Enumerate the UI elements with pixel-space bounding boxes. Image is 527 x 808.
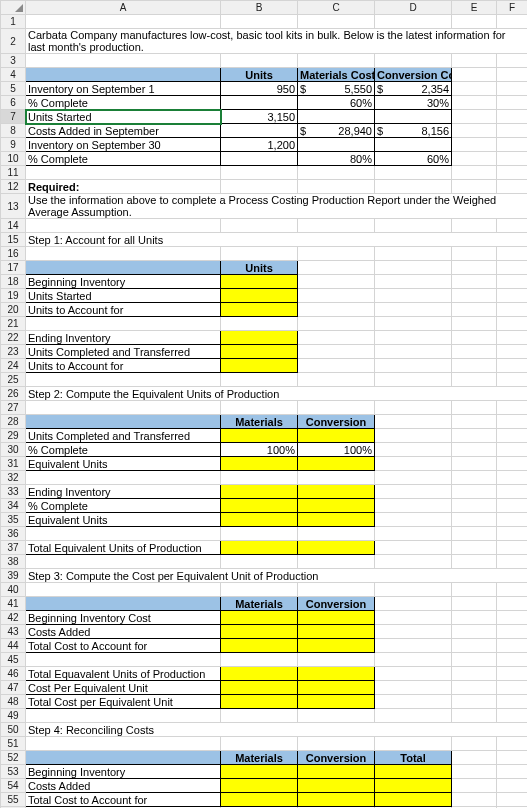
row-22[interactable]: 22 — [1, 331, 26, 345]
input-s1-units-account[interactable] — [221, 303, 298, 317]
s3-total-cost[interactable]: Total Cost to Account for — [26, 639, 221, 653]
s1-completed[interactable]: Units Completed and Transferred — [26, 345, 221, 359]
s4-costs-added[interactable]: Costs Added — [26, 779, 221, 793]
step3-title[interactable]: Step 3: Compute the Cost per Equivalent … — [26, 569, 528, 583]
input-s1-units-account2[interactable] — [221, 359, 298, 373]
s1-beg-inv[interactable]: Beginning Inventory — [26, 275, 221, 289]
s4-total-cost1[interactable]: Total Cost to Account for — [26, 793, 221, 807]
row-13[interactable]: 13 — [1, 194, 26, 219]
row-12[interactable]: 12 — [1, 180, 26, 194]
row-4[interactable]: 4 — [1, 68, 26, 82]
col-C[interactable]: C — [298, 1, 375, 15]
row-40[interactable]: 40 — [1, 583, 26, 597]
row-18[interactable]: 18 — [1, 275, 26, 289]
row-54[interactable]: 54 — [1, 779, 26, 793]
required-text[interactable]: Use the information above to complete a … — [26, 194, 528, 219]
row-37[interactable]: 37 — [1, 541, 26, 555]
row-47[interactable]: 47 — [1, 681, 26, 695]
row-50[interactable]: 50 — [1, 723, 26, 737]
row-3[interactable]: 3 — [1, 54, 26, 68]
row-31[interactable]: 31 — [1, 457, 26, 471]
col-F[interactable]: F — [497, 1, 528, 15]
s4-hdr-total[interactable]: Total — [375, 751, 452, 765]
row-46[interactable]: 46 — [1, 667, 26, 681]
label-pct-complete-1[interactable]: % Complete — [26, 96, 221, 110]
row-48[interactable]: 48 — [1, 695, 26, 709]
col-E[interactable]: E — [452, 1, 497, 15]
label-inv-sep30[interactable]: Inventory on September 30 — [26, 138, 221, 152]
s2-pct[interactable]: % Complete — [26, 443, 221, 457]
input-s1-completed[interactable] — [221, 345, 298, 359]
s3-total-equiv[interactable]: Total Equavalent Units of Production — [26, 667, 221, 681]
s3-cost-per-unit[interactable]: Cost Per Equivalent Unit — [26, 681, 221, 695]
col-A[interactable]: A — [26, 1, 221, 15]
s2-pct2[interactable]: % Complete — [26, 499, 221, 513]
s1-end-inv[interactable]: Ending Inventory — [26, 331, 221, 345]
row-30[interactable]: 30 — [1, 443, 26, 457]
input-s1-beg-inv[interactable] — [221, 275, 298, 289]
label-units-started[interactable]: Units Started — [26, 110, 221, 124]
s3-hdr-mat[interactable]: Materials — [221, 597, 298, 611]
label-costs-added[interactable]: Costs Added in September — [26, 124, 221, 138]
select-all-corner[interactable] — [1, 1, 26, 15]
s2-end-inv[interactable]: Ending Inventory — [26, 485, 221, 499]
row-53[interactable]: 53 — [1, 765, 26, 779]
row-33[interactable]: 33 — [1, 485, 26, 499]
row-52[interactable]: 52 — [1, 751, 26, 765]
row-32[interactable]: 32 — [1, 471, 26, 485]
step2-title[interactable]: Step 2: Compute the Equivalent Units of … — [26, 387, 528, 401]
row-19[interactable]: 19 — [1, 289, 26, 303]
row-39[interactable]: 39 — [1, 569, 26, 583]
col-B[interactable]: B — [221, 1, 298, 15]
s4-hdr-mat[interactable]: Materials — [221, 751, 298, 765]
s3-beg-cost[interactable]: Beginning Inventory Cost — [26, 611, 221, 625]
row-51[interactable]: 51 — [1, 737, 26, 751]
row-27[interactable]: 27 — [1, 401, 26, 415]
hdr-units[interactable]: Units — [221, 68, 298, 82]
s4-beg-inv[interactable]: Beginning Inventory — [26, 765, 221, 779]
row-11[interactable]: 11 — [1, 166, 26, 180]
row-42[interactable]: 42 — [1, 611, 26, 625]
row-29[interactable]: 29 — [1, 429, 26, 443]
row-44[interactable]: 44 — [1, 639, 26, 653]
row-34[interactable]: 34 — [1, 499, 26, 513]
label-inv-sep1[interactable]: Inventory on September 1 — [26, 82, 221, 96]
row-26[interactable]: 26 — [1, 387, 26, 401]
s2-equiv[interactable]: Equivalent Units — [26, 457, 221, 471]
s2-equiv2[interactable]: Equivalent Units — [26, 513, 221, 527]
s3-total-cost-per[interactable]: Total Cost per Equivalent Unit — [26, 695, 221, 709]
col-D[interactable]: D — [375, 1, 452, 15]
row-24[interactable]: 24 — [1, 359, 26, 373]
s1-hdr-units[interactable]: Units — [221, 261, 298, 275]
row-23[interactable]: 23 — [1, 345, 26, 359]
step4-title[interactable]: Step 4: Reconciling Costs — [26, 723, 528, 737]
row-8[interactable]: 8 — [1, 124, 26, 138]
s1-units-started[interactable]: Units Started — [26, 289, 221, 303]
row-2[interactable]: 2 — [1, 29, 26, 54]
row-43[interactable]: 43 — [1, 625, 26, 639]
row-35[interactable]: 35 — [1, 513, 26, 527]
row-55[interactable]: 55 — [1, 793, 26, 807]
row-16[interactable]: 16 — [1, 247, 26, 261]
row-9[interactable]: 9 — [1, 138, 26, 152]
row-20[interactable]: 20 — [1, 303, 26, 317]
s3-hdr-conv[interactable]: Conversion — [298, 597, 375, 611]
hdr-conversion-cost[interactable]: Conversion Cost — [375, 68, 452, 82]
row-36[interactable]: 36 — [1, 527, 26, 541]
s4-hdr-conv[interactable]: Conversion — [298, 751, 375, 765]
row-14[interactable]: 14 — [1, 219, 26, 233]
row-15[interactable]: 15 — [1, 233, 26, 247]
intro-text[interactable]: Carbata Company manufactures low-cost, b… — [26, 29, 528, 54]
row-6[interactable]: 6 — [1, 96, 26, 110]
row-49[interactable]: 49 — [1, 709, 26, 723]
s1-units-account[interactable]: Units to Account for — [26, 303, 221, 317]
row-41[interactable]: 41 — [1, 597, 26, 611]
s1-units-account2[interactable]: Units to Account for — [26, 359, 221, 373]
s2-hdr-mat[interactable]: Materials — [221, 415, 298, 429]
row-38[interactable]: 38 — [1, 555, 26, 569]
row-7[interactable]: 7 — [1, 110, 26, 124]
row-25[interactable]: 25 — [1, 373, 26, 387]
row-1[interactable]: 1 — [1, 15, 26, 29]
s3-costs-added[interactable]: Costs Added — [26, 625, 221, 639]
spreadsheet[interactable]: A B C D E F 1 2 Carbata Company manufact… — [0, 0, 527, 808]
